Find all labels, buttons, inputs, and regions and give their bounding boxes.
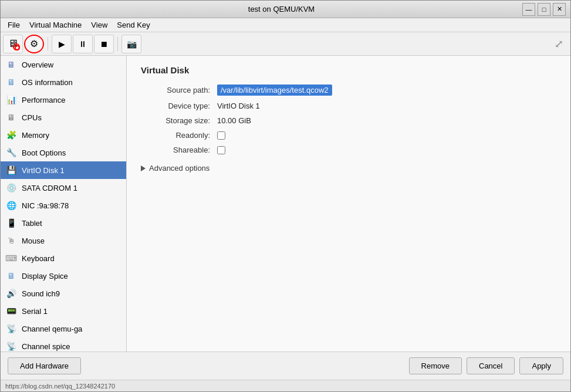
- sidebar-item-keyboard[interactable]: ⌨ Keyboard: [1, 249, 126, 267]
- device-type-value: VirtIO Disk 1: [217, 102, 260, 110]
- sidebar-item-label: Boot Options: [22, 148, 66, 157]
- channel-qemu-icon: 📡: [5, 323, 17, 334]
- channel-spice-icon: 📡: [5, 340, 17, 352]
- device-type-row: Device type: VirtIO Disk 1: [141, 102, 556, 110]
- keyboard-icon: ⌨: [5, 252, 17, 264]
- sidebar-item-label: Channel qemu-ga: [22, 325, 82, 333]
- sidebar-item-label: NIC :9a:98:78: [22, 201, 69, 210]
- monitor-icon: 🖥: [5, 59, 17, 70]
- sidebar-item-nic[interactable]: 🌐 NIC :9a:98:78: [1, 197, 126, 214]
- minimize-button[interactable]: —: [522, 3, 535, 16]
- readonly-row: Readonly:: [141, 131, 556, 140]
- shareable-checkbox[interactable]: [217, 146, 225, 154]
- menu-send-key[interactable]: Send Key: [112, 19, 154, 31]
- snapshot-button[interactable]: 📷: [121, 35, 141, 53]
- advanced-options-label: Advanced options: [149, 164, 210, 173]
- sidebar-item-label: Tablet: [22, 219, 42, 228]
- toolbar-separator-2: [117, 37, 118, 51]
- sidebar: 🖥 Overview 🖥 OS information 📊 Performanc…: [1, 56, 127, 352]
- monitor-icon: 🖥: [8, 38, 18, 50]
- storage-size-label: Storage size:: [141, 116, 217, 125]
- sidebar-item-label: Overview: [22, 60, 53, 69]
- sidebar-item-serial-1[interactable]: 📟 Serial 1: [1, 302, 126, 320]
- play-button[interactable]: ▶: [52, 35, 72, 53]
- sidebar-item-channel-qemu-ga[interactable]: 📡 Channel qemu-ga: [1, 320, 126, 337]
- menu-view[interactable]: View: [86, 19, 112, 31]
- sidebar-item-memory[interactable]: 🧩 Memory: [1, 126, 126, 144]
- sidebar-item-sound-ich9[interactable]: 🔊 Sound ich9: [1, 285, 126, 302]
- sidebar-item-label: Sound ich9: [22, 289, 60, 298]
- pause-button[interactable]: ⏸: [73, 35, 93, 53]
- stop-button[interactable]: ⏹: [94, 35, 114, 53]
- sidebar-item-label: Serial 1: [22, 307, 48, 316]
- source-path-label: Source path:: [141, 86, 217, 94]
- panel-title: Virtual Disk: [141, 65, 556, 75]
- sidebar-item-cpus[interactable]: 🖥 CPUs: [1, 109, 126, 126]
- source-path-value[interactable]: /var/lib/libvirt/images/test.qcow2: [217, 85, 332, 96]
- cancel-button[interactable]: Cancel: [467, 357, 515, 374]
- source-path-row: Source path: /var/lib/libvirt/images/tes…: [141, 85, 556, 96]
- main-window: test on QEMU/KVM — □ ✕ File Virtual Mach…: [0, 0, 571, 392]
- toolbar: 🖥 ⚙ ▶ ⏸ ⏹ 📷 ⤢: [1, 32, 570, 56]
- sidebar-item-label: Mouse: [22, 236, 45, 245]
- nic-icon: 🌐: [5, 200, 17, 211]
- sidebar-item-tablet[interactable]: 📱 Tablet: [1, 214, 126, 232]
- expand-icon: ⤢: [555, 38, 563, 50]
- sidebar-item-overview[interactable]: 🖥 Overview: [1, 56, 126, 73]
- sidebar-item-label: Memory: [22, 131, 49, 140]
- snapshot-icon: 📷: [127, 39, 137, 49]
- footer: Add Hardware Remove Cancel Apply: [1, 352, 570, 380]
- add-hardware-button[interactable]: Add Hardware: [8, 357, 81, 374]
- status-bar: https://blog.csdn.net/qq_12348242170: [1, 380, 570, 391]
- sidebar-item-mouse[interactable]: 🖱 Mouse: [1, 232, 126, 249]
- sidebar-item-label: CPUs: [22, 113, 42, 122]
- expand-triangle-icon: [141, 165, 146, 171]
- monitor-button[interactable]: 🖥: [3, 35, 23, 53]
- toolbar-separator-1: [48, 37, 48, 51]
- footer-actions: Remove Cancel Apply: [409, 357, 563, 374]
- settings-button[interactable]: ⚙: [24, 35, 44, 53]
- status-url: https://blog.csdn.net/qq_12348242170: [5, 383, 115, 390]
- expand-button[interactable]: ⤢: [549, 35, 568, 53]
- sidebar-item-virtio-disk-1[interactable]: 💾 VirtIO Disk 1: [1, 161, 126, 179]
- info-icon: 🖥: [5, 76, 17, 88]
- menu-file[interactable]: File: [3, 19, 25, 31]
- sidebar-item-display-spice[interactable]: 🖥 Display Spice: [1, 267, 126, 285]
- tablet-icon: 📱: [5, 217, 17, 229]
- apply-button[interactable]: Apply: [519, 357, 563, 374]
- stop-icon: ⏹: [100, 39, 108, 49]
- sound-icon: 🔊: [5, 288, 17, 299]
- sidebar-item-label: Display Spice: [22, 272, 68, 281]
- sidebar-item-performance[interactable]: 📊 Performance: [1, 91, 126, 109]
- main-content: 🖥 Overview 🖥 OS information 📊 Performanc…: [1, 56, 570, 352]
- sidebar-item-label: SATA CDROM 1: [22, 184, 77, 192]
- maximize-button[interactable]: □: [538, 3, 550, 16]
- storage-size-value: 10.00 GiB: [217, 116, 251, 125]
- device-type-label: Device type:: [141, 102, 217, 110]
- window-title: test on QEMU/KVM: [40, 5, 522, 13]
- title-bar: test on QEMU/KVM — □ ✕: [1, 1, 570, 18]
- memory-icon: 🧩: [5, 129, 17, 141]
- mouse-icon: 🖱: [5, 235, 17, 246]
- sidebar-item-label: Performance: [22, 96, 65, 104]
- close-button[interactable]: ✕: [553, 3, 566, 16]
- display-icon: 🖥: [5, 270, 17, 282]
- sidebar-item-channel-spice[interactable]: 📡 Channel spice: [1, 337, 126, 352]
- sidebar-item-os-info[interactable]: 🖥 OS information: [1, 73, 126, 91]
- sidebar-item-boot-options[interactable]: 🔧 Boot Options: [1, 144, 126, 161]
- sidebar-item-label: VirtIO Disk 1: [22, 166, 65, 175]
- cpu-icon: 🖥: [5, 111, 17, 123]
- menu-virtual-machine[interactable]: Virtual Machine: [25, 19, 86, 31]
- shareable-label: Shareable:: [141, 146, 217, 154]
- sidebar-item-label: OS information: [22, 78, 73, 87]
- disk-icon: 💾: [5, 164, 17, 176]
- play-icon: ▶: [59, 39, 65, 49]
- pause-icon: ⏸: [79, 39, 87, 49]
- storage-size-row: Storage size: 10.00 GiB: [141, 116, 556, 125]
- remove-button[interactable]: Remove: [409, 357, 462, 374]
- readonly-checkbox[interactable]: [217, 131, 225, 140]
- readonly-label: Readonly:: [141, 131, 217, 140]
- sidebar-item-sata-cdrom-1[interactable]: 💿 SATA CDROM 1: [1, 179, 126, 197]
- window-controls: — □ ✕: [522, 3, 566, 16]
- advanced-options-toggle[interactable]: Advanced options: [141, 161, 556, 175]
